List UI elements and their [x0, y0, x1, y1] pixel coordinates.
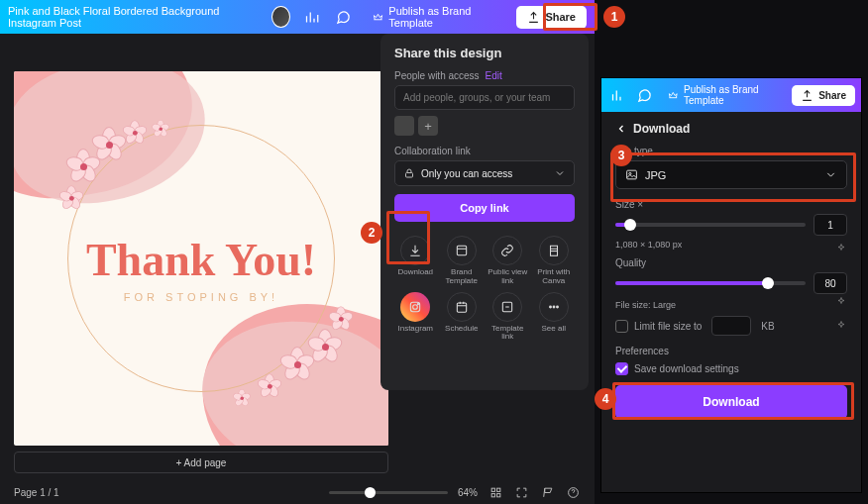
comment-icon[interactable]	[332, 4, 354, 30]
size-label: Size ×	[615, 199, 847, 210]
preferences-label: Preferences	[615, 346, 847, 356]
svg-rect-4	[491, 488, 494, 491]
download-icon	[408, 244, 422, 257]
svg-rect-6	[491, 493, 494, 496]
image-icon	[625, 168, 638, 181]
size-value[interactable]: 1	[814, 214, 847, 236]
svg-rect-20	[627, 170, 637, 179]
size-slider[interactable]	[615, 223, 806, 227]
canvas-subheading: FOR STOPING BY!	[14, 291, 388, 303]
quality-value[interactable]: 80	[814, 272, 847, 294]
add-person-chip[interactable]: +	[418, 116, 438, 136]
limit-filesize-checkbox[interactable]	[615, 320, 628, 333]
print-icon	[547, 244, 561, 257]
zoom-value: 64%	[458, 487, 478, 498]
share-template-link[interactable]: Template link	[487, 292, 529, 343]
upload-icon	[527, 11, 540, 24]
sparkle-icon	[835, 320, 847, 332]
publish-brand-template-button[interactable]: Publish as Brand Template	[364, 1, 506, 33]
sparkle-icon	[835, 243, 847, 254]
svg-point-17	[549, 306, 551, 308]
crown-icon	[373, 11, 383, 24]
share-panel: Share this design People with access Edi…	[380, 34, 589, 390]
svg-rect-10	[457, 246, 466, 254]
svg-rect-9	[406, 173, 413, 178]
file-size-label: File size: Large	[615, 300, 847, 310]
person-chip[interactable]	[394, 116, 414, 136]
share-see-all[interactable]: See all	[533, 292, 576, 343]
svg-rect-7	[496, 493, 499, 496]
publish-brand-template-button[interactable]: Publish as Brand Template	[661, 81, 786, 109]
limit-filesize-input[interactable]	[711, 316, 751, 336]
callout-1: 1	[603, 6, 625, 28]
link-icon	[500, 244, 514, 257]
share-panel-title: Share this design	[394, 46, 575, 60]
download-panel-window: Publish as Brand Template Share Download…	[600, 77, 862, 493]
add-page-button[interactable]: + Add page	[14, 452, 388, 473]
filetype-label: File type	[615, 146, 847, 156]
more-icon	[547, 300, 561, 314]
svg-rect-15	[457, 303, 466, 312]
crown-icon	[668, 89, 679, 102]
people-access-label: People with access	[394, 70, 480, 81]
quality-slider[interactable]	[615, 281, 806, 285]
grid-view-icon[interactable]	[488, 484, 503, 500]
download-body: Download File type JPG Size × 1 1,080 × …	[601, 112, 861, 433]
chevron-down-icon	[824, 168, 837, 181]
canvas-heading: Thank You!	[14, 238, 388, 283]
limit-unit: KB	[761, 321, 774, 332]
share-public-link[interactable]: Public view link	[487, 236, 529, 286]
svg-point-18	[553, 306, 555, 308]
size-dimensions: 1,080 × 1,080 px	[615, 240, 847, 250]
fullscreen-icon[interactable]	[513, 484, 529, 500]
analytics-icon[interactable]	[607, 82, 628, 108]
comment-icon[interactable]	[634, 82, 655, 108]
edit-access-link[interactable]: Edit	[486, 70, 502, 81]
add-people-input[interactable]: Add people, groups, or your team	[394, 85, 575, 110]
analytics-icon[interactable]	[300, 4, 322, 30]
share-instagram[interactable]: Instagram	[394, 292, 437, 343]
sparkle-icon	[835, 296, 847, 308]
present-icon[interactable]	[539, 484, 555, 500]
document-title: Pink and Black Floral Bordered Backgroun…	[8, 5, 252, 29]
collab-link-label: Collaboration link	[394, 146, 471, 156]
download-button[interactable]: Download	[615, 385, 847, 419]
zoom-slider[interactable]	[329, 491, 448, 494]
share-button[interactable]: Share	[792, 85, 855, 106]
instagram-icon	[408, 300, 422, 314]
template-icon	[455, 244, 469, 257]
copy-link-button[interactable]: Copy link	[394, 194, 575, 222]
save-settings-checkbox[interactable]	[615, 362, 628, 375]
page-indicator: Page 1 / 1	[14, 487, 59, 498]
svg-point-13	[413, 304, 418, 309]
share-download[interactable]: Download	[394, 236, 437, 286]
svg-point-19	[556, 306, 558, 308]
svg-point-14	[418, 303, 419, 304]
quality-label: Quality	[615, 257, 847, 268]
design-canvas[interactable]: Thank You! FOR STOPING BY!	[14, 71, 388, 446]
template-link-icon	[500, 300, 514, 314]
download-back-button[interactable]: Download	[615, 122, 847, 136]
share-brand-template[interactable]: Brand Template	[441, 236, 484, 286]
share-print[interactable]: Print with Canva	[533, 236, 576, 286]
limit-filesize-label: Limit file size to	[634, 321, 702, 332]
calendar-icon	[455, 300, 469, 314]
chevron-down-icon	[554, 167, 566, 179]
access-select[interactable]: Only you can access	[394, 160, 575, 186]
top-header: Pink and Black Floral Bordered Backgroun…	[0, 0, 595, 34]
lock-icon	[403, 167, 415, 179]
share-button[interactable]: Share	[516, 6, 587, 29]
filetype-select[interactable]: JPG	[615, 160, 847, 189]
bottom-bar: Page 1 / 1 64%	[0, 480, 595, 504]
user-avatar[interactable]	[271, 6, 290, 28]
download-header: Publish as Brand Template Share	[601, 78, 861, 112]
svg-rect-5	[496, 488, 499, 491]
chevron-left-icon	[615, 123, 627, 135]
save-settings-label: Save download settings	[634, 363, 739, 374]
svg-rect-11	[550, 252, 557, 256]
upload-icon	[801, 89, 814, 102]
share-schedule[interactable]: Schedule	[441, 292, 484, 343]
help-icon[interactable]	[565, 484, 581, 500]
